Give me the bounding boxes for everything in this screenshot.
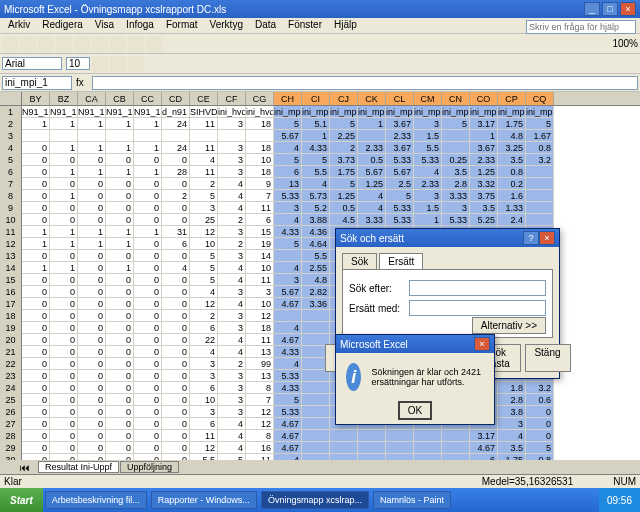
cell[interactable]: 0 bbox=[134, 442, 162, 454]
row-header[interactable]: 2 bbox=[0, 118, 22, 130]
cell[interactable]: 3.32 bbox=[470, 178, 498, 190]
cell[interactable]: 1.25 bbox=[330, 190, 358, 202]
row-header[interactable]: 13 bbox=[0, 250, 22, 262]
cell[interactable]: 4.33 bbox=[274, 226, 302, 238]
cell[interactable]: 11 bbox=[190, 142, 218, 154]
cell[interactable]: 0 bbox=[134, 430, 162, 442]
cell[interactable]: 1 bbox=[78, 226, 106, 238]
cell[interactable]: 4.67 bbox=[274, 334, 302, 346]
cell[interactable]: 0 bbox=[162, 322, 190, 334]
cell[interactable]: 0 bbox=[50, 178, 78, 190]
cell[interactable]: 28 bbox=[162, 166, 190, 178]
cell[interactable]: 4 bbox=[218, 274, 246, 286]
cut-icon[interactable] bbox=[74, 36, 90, 52]
cell[interactable]: 0 bbox=[22, 382, 50, 394]
cell[interactable]: 5.25 bbox=[470, 214, 498, 226]
task-3[interactable]: Övningsmapp xcslrap... bbox=[261, 491, 369, 509]
cell[interactable]: 0 bbox=[50, 358, 78, 370]
cell[interactable]: 2.25 bbox=[330, 130, 358, 142]
cell[interactable] bbox=[358, 130, 386, 142]
cell[interactable]: 0 bbox=[50, 154, 78, 166]
options-button[interactable]: Alternativ >> bbox=[472, 317, 546, 334]
cell[interactable]: 10 bbox=[190, 394, 218, 406]
cell[interactable]: 0.5 bbox=[358, 154, 386, 166]
formula-input[interactable] bbox=[92, 76, 638, 90]
cell[interactable]: 5 bbox=[190, 250, 218, 262]
dialog-close-button[interactable]: × bbox=[539, 231, 555, 245]
header-cell[interactable]: N91_17V bbox=[50, 106, 78, 118]
col-header-CE[interactable]: CE bbox=[190, 92, 218, 105]
cell[interactable]: 3 bbox=[218, 118, 246, 130]
col-header-CK[interactable]: CK bbox=[358, 92, 386, 105]
open-icon[interactable] bbox=[20, 36, 36, 52]
row-header[interactable]: 4 bbox=[0, 142, 22, 154]
header-cell[interactable]: SIHVDLOK bbox=[190, 106, 218, 118]
cell[interactable]: 22 bbox=[190, 334, 218, 346]
cell[interactable]: 0 bbox=[22, 142, 50, 154]
cell[interactable]: 3.67 bbox=[386, 142, 414, 154]
cell[interactable]: 11 bbox=[246, 274, 274, 286]
cell[interactable]: 1.5 bbox=[414, 202, 442, 214]
cell[interactable]: 5 bbox=[190, 274, 218, 286]
header-cell[interactable]: ini_mpi_7 bbox=[442, 106, 470, 118]
cell[interactable]: 2 bbox=[190, 178, 218, 190]
cell[interactable]: 12 bbox=[190, 226, 218, 238]
cell[interactable]: 0 bbox=[106, 298, 134, 310]
cell[interactable]: 5 bbox=[274, 118, 302, 130]
cell[interactable]: 0 bbox=[162, 178, 190, 190]
cell[interactable]: 5.5 bbox=[302, 250, 330, 262]
col-header-CG[interactable]: CG bbox=[246, 92, 274, 105]
cell[interactable]: 0 bbox=[134, 262, 162, 274]
cell[interactable]: 3 bbox=[218, 142, 246, 154]
cell[interactable]: 7 bbox=[246, 394, 274, 406]
cell[interactable]: 5 bbox=[274, 394, 302, 406]
cell[interactable]: 1 bbox=[106, 262, 134, 274]
cell[interactable]: 0 bbox=[50, 418, 78, 430]
row-header[interactable]: 29 bbox=[0, 442, 22, 454]
cell[interactable] bbox=[78, 130, 106, 142]
cell[interactable]: 5.67 bbox=[274, 286, 302, 298]
cell[interactable]: 1 bbox=[50, 142, 78, 154]
new-icon[interactable] bbox=[2, 36, 18, 52]
row-header[interactable]: 28 bbox=[0, 430, 22, 442]
font-size[interactable]: 10 bbox=[66, 57, 90, 70]
cell[interactable]: 3.67 bbox=[470, 142, 498, 154]
cell[interactable]: 0 bbox=[162, 394, 190, 406]
cell[interactable]: 3 bbox=[190, 370, 218, 382]
cell[interactable]: 2.5 bbox=[386, 178, 414, 190]
cell[interactable]: 2.4 bbox=[498, 214, 526, 226]
header-cell[interactable]: ini_mpi_2 bbox=[302, 106, 330, 118]
cell[interactable] bbox=[302, 394, 330, 406]
header-cell[interactable]: ini_mpi_5 bbox=[386, 106, 414, 118]
cell[interactable]: 5.33 bbox=[274, 406, 302, 418]
cell[interactable]: 0.25 bbox=[442, 154, 470, 166]
cell[interactable]: 0 bbox=[106, 178, 134, 190]
cell[interactable]: 3 bbox=[190, 406, 218, 418]
copy-icon[interactable] bbox=[92, 36, 108, 52]
cell[interactable]: 5 bbox=[442, 118, 470, 130]
italic-icon[interactable] bbox=[110, 56, 126, 72]
cell[interactable]: 0 bbox=[162, 298, 190, 310]
system-tray[interactable]: 09:56 bbox=[599, 488, 640, 512]
col-header-BY[interactable]: BY bbox=[22, 92, 50, 105]
cell[interactable]: 3 bbox=[414, 118, 442, 130]
cell[interactable]: 4 bbox=[218, 430, 246, 442]
cell[interactable]: 1.75 bbox=[498, 118, 526, 130]
col-header-CL[interactable]: CL bbox=[386, 92, 414, 105]
cell[interactable]: 1 bbox=[78, 238, 106, 250]
cell[interactable]: 5.67 bbox=[274, 130, 302, 142]
cell[interactable]: 0 bbox=[134, 286, 162, 298]
cell[interactable]: 6 bbox=[190, 382, 218, 394]
cell[interactable]: 3.17 bbox=[470, 118, 498, 130]
col-header-CO[interactable]: CO bbox=[470, 92, 498, 105]
cell[interactable]: 3 bbox=[274, 274, 302, 286]
cell[interactable]: 24 bbox=[162, 118, 190, 130]
cell[interactable]: 1 bbox=[50, 262, 78, 274]
cell[interactable]: 5.73 bbox=[302, 190, 330, 202]
cell[interactable]: 4 bbox=[218, 202, 246, 214]
menu-format[interactable]: Format bbox=[160, 18, 204, 33]
cell[interactable]: 0 bbox=[526, 406, 554, 418]
cell[interactable]: 3.5 bbox=[442, 166, 470, 178]
col-header-CD[interactable]: CD bbox=[162, 92, 190, 105]
cell[interactable]: 4.33 bbox=[274, 346, 302, 358]
